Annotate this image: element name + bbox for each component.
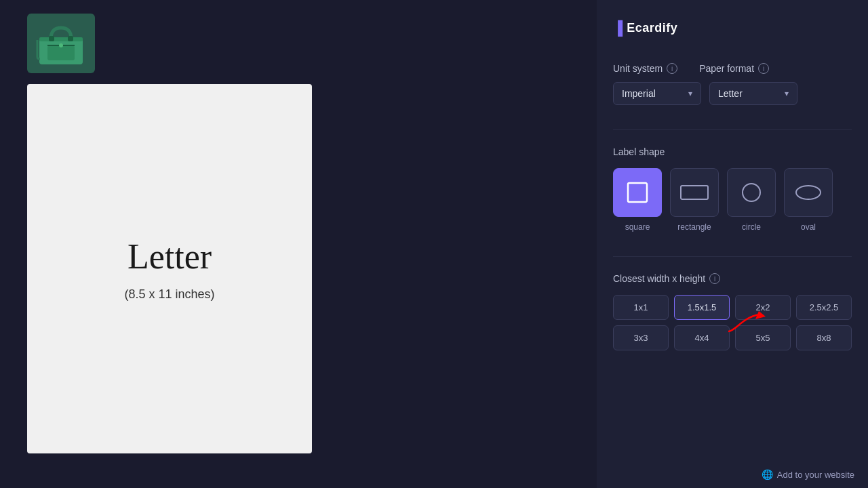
paper-format-selected: Letter — [718, 88, 743, 99]
shape-box-square — [613, 168, 662, 217]
svg-rect-8 — [681, 186, 708, 199]
shape-box-oval — [784, 168, 833, 217]
unit-system-info-icon[interactable]: i — [667, 63, 677, 74]
dropdowns-row: Imperial ▾ Letter ▾ — [613, 82, 852, 105]
shape-item-square[interactable]: square — [613, 168, 662, 232]
left-panel: Letter (8.5 x 11 inches) — [0, 0, 597, 488]
svg-rect-1 — [47, 45, 75, 60]
divider-2 — [613, 256, 852, 257]
shapes-row: square rectangle circle — [613, 168, 852, 232]
paper-format-dropdown[interactable]: Letter ▾ — [709, 82, 797, 105]
closest-size-label: Closest width x height i — [613, 273, 852, 284]
logo-icon: ▐ — [613, 20, 623, 36]
globe-icon: 🌐 — [762, 469, 773, 480]
shape-item-circle[interactable]: circle — [727, 168, 776, 232]
svg-rect-7 — [628, 183, 647, 202]
add-to-website-label: Add to your website — [777, 470, 854, 480]
size-btn-3x3[interactable]: 3x3 — [613, 325, 669, 350]
paper-preview: Letter (8.5 x 11 inches) — [27, 84, 312, 453]
closest-size-info-icon[interactable]: i — [709, 273, 720, 284]
shape-item-rectangle[interactable]: rectangle — [670, 168, 719, 232]
shape-label-square: square — [625, 222, 650, 232]
label-shape-section: Label shape square rectangle — [613, 146, 852, 232]
paper-subtitle: (8.5 x 11 inches) — [124, 287, 214, 302]
shape-label-oval: oval — [801, 222, 816, 232]
shape-label-rectangle: rectangle — [677, 222, 711, 232]
add-to-website-button[interactable]: 🌐 Add to your website — [762, 469, 854, 480]
unit-system-dropdown[interactable]: Imperial ▾ — [613, 82, 701, 105]
label-shape-label: Label shape — [613, 146, 852, 157]
svg-point-10 — [796, 186, 821, 199]
unit-system-label: Unit system i — [613, 63, 677, 74]
section-header-row: Unit system i Paper format i — [613, 63, 852, 74]
right-panel: ▐ Ecardify Unit system i Paper format i … — [597, 0, 868, 488]
divider-1 — [613, 129, 852, 130]
svg-point-9 — [743, 184, 760, 201]
paper-format-info-icon[interactable]: i — [758, 63, 769, 74]
paper-format-chevron-icon: ▾ — [785, 89, 789, 98]
svg-rect-5 — [49, 36, 54, 41]
shape-label-circle: circle — [742, 222, 761, 232]
shape-box-circle — [727, 168, 776, 217]
size-btn-8x8[interactable]: 8x8 — [796, 325, 852, 350]
paper-title: Letter — [127, 237, 212, 277]
product-thumbnail[interactable] — [27, 14, 95, 73]
unit-paper-section: Unit system i Paper format i Imperial ▾ … — [613, 63, 852, 105]
size-btn-1x1[interactable]: 1x1 — [613, 295, 669, 320]
paper-format-label: Paper format i — [699, 63, 769, 74]
svg-rect-4 — [39, 37, 83, 41]
logo-text: Ecardify — [627, 21, 677, 35]
shape-box-rectangle — [670, 168, 719, 217]
closest-size-section: Closest width x height i 1x1 1.5x1.5 2x2… — [613, 273, 852, 350]
svg-point-3 — [59, 43, 63, 47]
size-btn-2.5x2.5[interactable]: 2.5x2.5 — [796, 295, 852, 320]
shape-item-oval[interactable]: oval — [784, 168, 833, 232]
svg-rect-6 — [68, 36, 73, 41]
brand-logo: ▐ Ecardify — [613, 20, 852, 36]
unit-system-chevron-icon: ▾ — [688, 89, 692, 98]
unit-system-selected: Imperial — [622, 88, 656, 99]
